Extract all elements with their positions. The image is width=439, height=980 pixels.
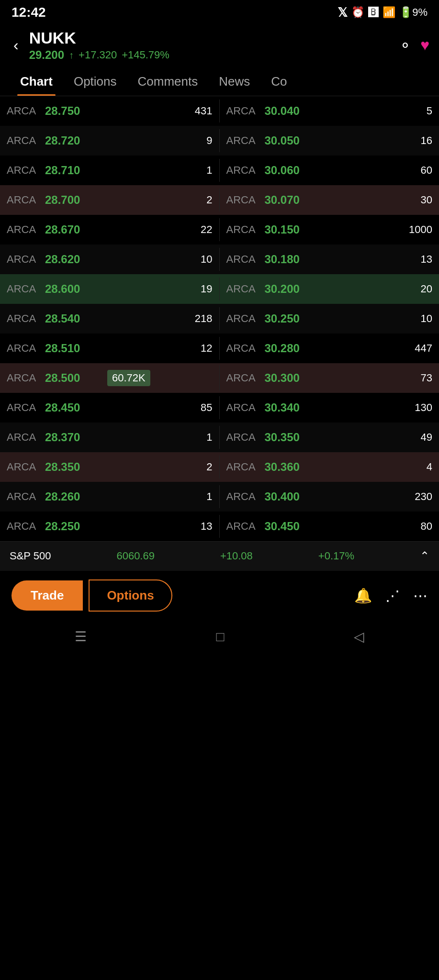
sp500-chevron-icon[interactable]: ⌃ — [420, 549, 429, 563]
ask-price: 30.070 — [265, 193, 327, 207]
ask-side: ARCA 30.040 5 — [220, 100, 439, 122]
bid-qty: 10 — [107, 253, 213, 266]
ask-side: ARCA 30.060 60 — [220, 159, 439, 182]
ask-price: 30.040 — [265, 104, 327, 118]
order-book-row: ARCA 28.500 60.72K ARCA 30.300 73 — [0, 363, 439, 393]
ask-qty: 80 — [327, 520, 433, 533]
x-logo-icon: 𝕏 — [338, 5, 348, 20]
sp500-pct: +0.17% — [318, 550, 354, 562]
ask-side: ARCA 30.180 13 — [220, 248, 439, 271]
bid-qty: 9 — [107, 134, 213, 147]
tab-co[interactable]: Co — [260, 67, 297, 96]
sp500-bar: S&P 500 6060.69 +10.08 +0.17% ⌃ — [0, 541, 439, 570]
bid-qty: 1 — [107, 490, 213, 503]
bid-exchange: ARCA — [7, 342, 45, 355]
ask-side: ARCA 30.340 130 — [220, 396, 439, 419]
back-button[interactable]: ‹ — [10, 34, 23, 56]
tab-options[interactable]: Options — [63, 67, 127, 96]
trade-button[interactable]: Trade — [11, 580, 83, 611]
search-icon[interactable]: ⚬ — [399, 36, 412, 55]
action-icons: 🔔 ⋰ ⋯ — [354, 587, 428, 604]
bid-qty: 218 — [107, 312, 213, 325]
bid-price: 28.250 — [45, 520, 107, 533]
bid-exchange: ARCA — [7, 312, 45, 325]
bid-exchange: ARCA — [7, 431, 45, 444]
price-change: +17.320 — [79, 49, 117, 61]
bid-price: 28.260 — [45, 490, 107, 503]
ask-qty: 13 — [327, 253, 433, 266]
bid-qty: 19 — [107, 283, 213, 295]
bid-price: 28.750 — [45, 104, 107, 118]
tab-news[interactable]: News — [208, 67, 260, 96]
bid-qty: 1 — [107, 431, 213, 444]
ask-side: ARCA 30.150 1000 — [220, 218, 439, 241]
more-icon[interactable]: ⋯ — [413, 587, 428, 604]
bid-exchange: ARCA — [7, 401, 45, 414]
ask-qty: 10 — [327, 312, 433, 325]
bid-exchange: ARCA — [7, 164, 45, 177]
bid-side: ARCA 28.600 19 — [0, 278, 220, 301]
bid-side: ARCA 28.500 60.72K — [0, 365, 220, 391]
bid-side: ARCA 28.620 10 — [0, 248, 220, 271]
bid-price: 28.370 — [45, 431, 107, 444]
signal-icon: 📶 — [383, 6, 395, 19]
ticker-symbol: NUKK — [29, 29, 392, 47]
bid-qty: 22 — [107, 223, 213, 236]
ask-exchange: ARCA — [226, 312, 265, 325]
ask-exchange: ARCA — [226, 461, 265, 473]
bid-price: 28.600 — [45, 282, 107, 296]
ask-qty: 230 — [327, 490, 433, 503]
bid-exchange: ARCA — [7, 105, 45, 117]
sp500-price: 6060.69 — [116, 550, 155, 562]
order-book-row: ARCA 28.350 2 ARCA 30.360 4 — [0, 452, 439, 482]
ask-qty: 49 — [327, 431, 433, 444]
back-nav-icon[interactable]: ◁ — [354, 629, 364, 645]
order-book-row: ARCA 28.700 2 ARCA 30.070 30 — [0, 185, 439, 215]
ask-exchange: ARCA — [226, 164, 265, 177]
ask-price: 30.400 — [265, 490, 327, 503]
menu-icon[interactable]: ☰ — [75, 629, 87, 645]
ask-price: 30.180 — [265, 253, 327, 266]
bid-qty: 13 — [107, 520, 213, 533]
bid-side: ARCA 28.260 1 — [0, 485, 220, 508]
battery-icon: 🔋9% — [399, 6, 428, 19]
tab-comments[interactable]: Comments — [127, 67, 209, 96]
bid-price: 28.450 — [45, 401, 107, 414]
order-book-row: ARCA 28.710 1 ARCA 30.060 60 — [0, 156, 439, 185]
share-icon[interactable]: ⋰ — [385, 587, 400, 604]
order-book-row: ARCA 28.750 431 ARCA 30.040 5 — [0, 96, 439, 126]
ask-exchange: ARCA — [226, 520, 265, 533]
ask-price: 30.300 — [265, 371, 327, 385]
home-icon[interactable]: □ — [216, 629, 225, 645]
ask-side: ARCA 30.400 230 — [220, 485, 439, 508]
favorite-icon[interactable]: ♥ — [420, 36, 429, 54]
ask-exchange: ARCA — [226, 105, 265, 117]
bid-side: ARCA 28.700 2 — [0, 189, 220, 212]
tab-chart[interactable]: Chart — [10, 67, 63, 96]
bid-exchange: ARCA — [7, 372, 45, 384]
ask-side: ARCA 30.200 20 — [220, 278, 439, 301]
order-book-row: ARCA 28.510 12 ARCA 30.280 447 — [0, 334, 439, 363]
order-book-row: ARCA 28.540 218 ARCA 30.250 10 — [0, 304, 439, 334]
bid-side: ARCA 28.510 12 — [0, 337, 220, 360]
bid-side: ARCA 28.370 1 — [0, 426, 220, 449]
notification-icon[interactable]: 🔔 — [354, 587, 372, 604]
ask-side: ARCA 30.360 4 — [220, 456, 439, 479]
bid-qty: 1 — [107, 164, 213, 177]
price-pct: +145.79% — [122, 49, 169, 61]
bid-exchange: ARCA — [7, 283, 45, 295]
order-book-row: ARCA 28.250 13 ARCA 30.450 80 — [0, 512, 439, 541]
bid-exchange: ARCA — [7, 194, 45, 206]
order-book-row: ARCA 28.450 85 ARCA 30.340 130 — [0, 393, 439, 423]
order-book-row: ARCA 28.370 1 ARCA 30.350 49 — [0, 423, 439, 452]
ask-exchange: ARCA — [226, 283, 265, 295]
bid-side: ARCA 28.710 1 — [0, 159, 220, 182]
ask-qty: 1000 — [327, 223, 433, 236]
bid-side: ARCA 28.250 13 — [0, 515, 220, 538]
options-button[interactable]: Options — [89, 579, 172, 612]
bid-exchange: ARCA — [7, 223, 45, 236]
ask-exchange: ARCA — [226, 372, 265, 384]
ask-price: 30.340 — [265, 401, 327, 414]
ask-qty: 130 — [327, 401, 433, 414]
ask-qty: 73 — [327, 372, 433, 384]
